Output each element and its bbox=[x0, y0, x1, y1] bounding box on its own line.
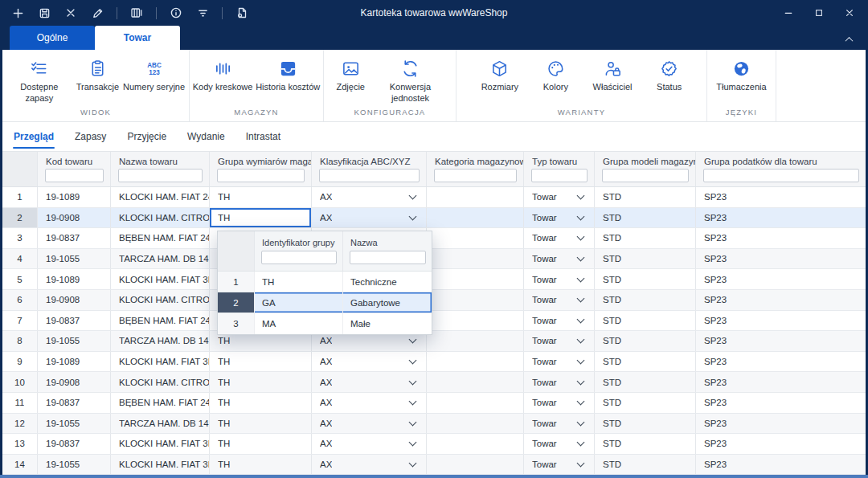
cell-pod[interactable]: SP23 bbox=[696, 228, 866, 248]
table-row[interactable]: 519-1089KLOCKI HAM. FIAT 3D...THAXTowarS… bbox=[2, 269, 866, 290]
chevron-down-icon[interactable] bbox=[577, 336, 585, 344]
cell-num[interactable]: 10 bbox=[2, 372, 38, 392]
ribbon-button-rozmiary[interactable]: Rozmiary bbox=[481, 59, 518, 93]
cell-model[interactable]: STD bbox=[595, 414, 696, 434]
cell-grupa[interactable]: TH bbox=[210, 372, 312, 392]
header-cell-typ-towaru[interactable]: Typ towaru bbox=[524, 152, 595, 186]
cell-model[interactable]: STD bbox=[595, 372, 696, 392]
maximize-icon[interactable] bbox=[813, 7, 825, 18]
chevron-down-icon[interactable] bbox=[409, 212, 417, 220]
cell-kod[interactable]: 19-1089 bbox=[38, 352, 111, 372]
info-icon[interactable] bbox=[169, 6, 183, 20]
collapse-ribbon-icon[interactable] bbox=[846, 37, 854, 44]
ribbon-button-status[interactable]: Status bbox=[657, 59, 682, 93]
table-row[interactable]: 219-0908KLOCKI HAM. CITROEN...THAXTowarS… bbox=[2, 208, 866, 229]
table-row[interactable]: 1419-1055KLOCKI HAM. FIAT 3D...THAXTowar… bbox=[2, 455, 866, 475]
cell-model[interactable]: STD bbox=[595, 290, 696, 310]
dropdown-filter-nazwa[interactable] bbox=[350, 251, 426, 264]
filter-input-klasyfikacja[interactable] bbox=[319, 169, 420, 182]
ribbon-button-kolory[interactable]: Kolory bbox=[543, 59, 568, 93]
cell-grupa[interactable]: TH bbox=[210, 393, 312, 413]
cell-kat[interactable] bbox=[427, 208, 524, 228]
chevron-down-icon[interactable] bbox=[409, 418, 417, 426]
cell-model[interactable]: STD bbox=[595, 228, 696, 248]
cell-model[interactable]: STD bbox=[595, 269, 696, 289]
cell-grupa[interactable]: TH bbox=[210, 434, 312, 454]
bottom-scroll-bar[interactable] bbox=[0, 475, 868, 478]
table-row[interactable]: 619-0908KLOCKI HAM. CITROEN...THAXTowarS… bbox=[2, 290, 866, 311]
cell-model[interactable]: STD bbox=[595, 393, 696, 413]
dropdown-cell-num[interactable]: 3 bbox=[218, 313, 255, 334]
dropdown-header-identyfikator[interactable]: Identyfikator grupy bbox=[255, 231, 343, 271]
filter-input-nazwa-towaru[interactable] bbox=[118, 169, 203, 182]
cell-kod[interactable]: 19-0837 bbox=[38, 393, 111, 413]
table-row[interactable]: 119-1089KLOCKI HAM. FIAT 24...THAXTowarS… bbox=[2, 187, 866, 208]
chevron-down-icon[interactable] bbox=[577, 233, 585, 241]
header-cell-nazwa-towaru[interactable]: Nazwa towaru bbox=[111, 152, 210, 186]
cell-kod[interactable]: 19-0908 bbox=[38, 372, 111, 392]
cell-grupa[interactable]: TH bbox=[210, 187, 312, 207]
cell-num[interactable]: 14 bbox=[2, 455, 38, 475]
cell-nazwa[interactable]: KLOCKI HAM. FIAT 3D... bbox=[111, 434, 210, 454]
cell-num[interactable]: 11 bbox=[2, 393, 38, 413]
cell-kod[interactable]: 19-1089 bbox=[38, 187, 111, 207]
cell-typ[interactable]: Towar bbox=[524, 434, 595, 454]
chevron-down-icon[interactable] bbox=[409, 336, 417, 344]
ribbon-button-dostepne-zapasy[interactable]: Dostępne zapasy bbox=[6, 59, 72, 104]
cell-typ[interactable]: Towar bbox=[524, 290, 595, 310]
ribbon-button-zdjecie[interactable]: Zdjęcie bbox=[337, 59, 365, 93]
cell-typ[interactable]: Towar bbox=[524, 414, 595, 434]
cell-num[interactable]: 2 bbox=[2, 208, 38, 228]
cell-kat[interactable] bbox=[427, 331, 524, 351]
cell-kat[interactable] bbox=[427, 187, 524, 207]
cell-pod[interactable]: SP23 bbox=[696, 269, 866, 289]
cell-klas[interactable]: AX bbox=[312, 187, 427, 207]
filter-input-grupa-podatkow[interactable] bbox=[703, 169, 859, 182]
chevron-down-icon[interactable] bbox=[577, 460, 585, 468]
close-record-icon[interactable] bbox=[63, 6, 78, 20]
chevron-down-icon[interactable] bbox=[577, 192, 585, 200]
cell-nazwa[interactable]: BĘBEN HAM. FIAT 24B... bbox=[111, 228, 210, 248]
cell-kat[interactable] bbox=[427, 352, 524, 372]
subtab-intrastat[interactable]: Intrastat bbox=[237, 122, 289, 151]
subtab-wydanie[interactable]: Wydanie bbox=[178, 122, 234, 151]
chevron-down-icon[interactable] bbox=[577, 254, 585, 262]
table-row[interactable]: 319-0837BĘBEN HAM. FIAT 24B...THAXTowarS… bbox=[2, 228, 866, 249]
cell-pod[interactable]: SP23 bbox=[696, 331, 866, 351]
cell-kat[interactable] bbox=[427, 249, 524, 269]
cell-model[interactable]: STD bbox=[595, 331, 696, 351]
dropdown-cell-num[interactable]: 1 bbox=[218, 272, 255, 292]
cell-typ[interactable]: Towar bbox=[524, 455, 595, 475]
cell-kod[interactable]: 19-1055 bbox=[38, 414, 111, 434]
cell-kat[interactable] bbox=[427, 228, 524, 248]
cell-kat[interactable] bbox=[427, 434, 524, 454]
chevron-down-icon[interactable] bbox=[409, 192, 417, 200]
subtab-przeglad[interactable]: Przegląd bbox=[5, 122, 63, 151]
dropdown-header-nazwa[interactable]: Nazwa bbox=[343, 231, 432, 271]
cell-nazwa[interactable]: KLOCKI HAM. FIAT 3D... bbox=[111, 455, 210, 475]
cell-nazwa[interactable]: BĘBEN HAM. FIAT 24B... bbox=[111, 393, 210, 413]
header-cell-grupa-modeli[interactable]: Grupa modeli magazynu bbox=[595, 152, 696, 186]
dropdown-cell-id[interactable]: MA bbox=[255, 313, 343, 334]
cell-nazwa[interactable]: KLOCKI HAM. FIAT 3D... bbox=[111, 269, 210, 289]
dropdown-cell-nazwa[interactable]: Gabarytowe bbox=[343, 292, 432, 313]
cell-pod[interactable]: SP23 bbox=[696, 414, 866, 434]
cell-nazwa[interactable]: KLOCKI HAM. CITROEN... bbox=[111, 372, 210, 392]
dropdown-cell-num[interactable]: 2 bbox=[218, 292, 255, 313]
ribbon-button-kody-kreskowe[interactable]: Kody kreskowe bbox=[193, 59, 253, 93]
cell-kod[interactable]: 19-0837 bbox=[38, 434, 111, 454]
cell-typ[interactable]: Towar bbox=[524, 352, 595, 372]
cell-nazwa[interactable]: KLOCKI HAM. FIAT 24... bbox=[111, 187, 210, 207]
cell-pod[interactable]: SP23 bbox=[696, 208, 866, 228]
chevron-down-icon[interactable] bbox=[409, 357, 417, 365]
minimize-icon[interactable] bbox=[783, 7, 794, 18]
chevron-down-icon[interactable] bbox=[577, 418, 585, 426]
cell-model[interactable]: STD bbox=[595, 434, 696, 454]
table-row[interactable]: 419-1055TARCZA HAM. DB 141...THAXTowarST… bbox=[2, 249, 866, 270]
header-cell-kategoria[interactable]: Kategoria magazynowa bbox=[427, 152, 524, 186]
cell-pod[interactable]: SP23 bbox=[696, 455, 866, 475]
table-row[interactable]: 919-1089KLOCKI HAM. FIAT 3D...THAXTowarS… bbox=[2, 352, 866, 373]
cell-num[interactable]: 13 bbox=[2, 434, 38, 454]
chevron-down-icon[interactable] bbox=[409, 439, 417, 447]
chevron-down-icon[interactable] bbox=[577, 377, 585, 385]
